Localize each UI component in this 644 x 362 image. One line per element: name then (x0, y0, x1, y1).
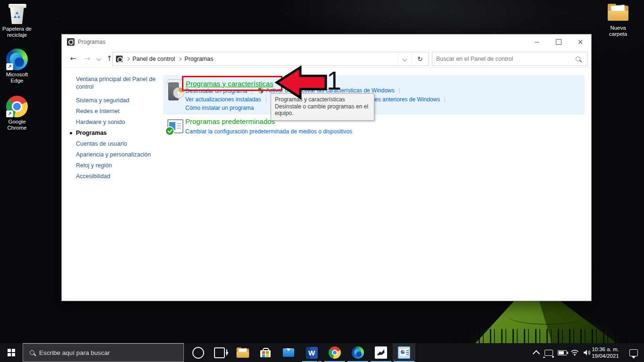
forward-button[interactable]: → (81, 52, 94, 65)
windows-logo-icon (8, 349, 15, 356)
sidebar-item-reloj-y-region[interactable]: Reloj y región (76, 162, 112, 169)
tooltip-body: Desinstale o cambie programas en el equi… (275, 103, 370, 117)
taskbar-icon-microsoft-store[interactable] (254, 343, 277, 362)
action-center-icon (629, 349, 638, 356)
recent-locations-button[interactable] (94, 52, 103, 65)
close-icon: × (578, 39, 584, 46)
start-button[interactable] (0, 343, 23, 362)
como-instalar-un-programa-link[interactable]: Cómo instalar un programa (185, 105, 254, 111)
title-bar[interactable]: Programas × (62, 34, 591, 49)
file-explorer-icon (236, 347, 249, 358)
search-icon (30, 350, 34, 355)
starfield (0, 0, 0, 0)
search-icon (576, 57, 580, 61)
sidebar-item-accesibilidad[interactable]: Accesibilidad (76, 173, 110, 180)
annotation-step-number: 1 (327, 67, 341, 94)
desktop-icon-label: Google Chrome (0, 119, 34, 131)
task-view-button[interactable] (208, 343, 230, 362)
folder-icon (607, 3, 629, 24)
tray-battery[interactable] (555, 343, 569, 362)
shortcut-arrow-icon (6, 110, 13, 117)
control-panel-app-icon (398, 346, 410, 359)
cortana-icon (192, 347, 204, 359)
connect-device-icon (545, 350, 553, 356)
link-separator (445, 97, 445, 103)
programas-predeterminados-link[interactable]: Programas predeterminados (185, 117, 275, 125)
address-dropdown-button[interactable] (397, 52, 411, 66)
control-panel-search-input[interactable] (432, 56, 576, 62)
microsoft-store-icon (260, 348, 271, 357)
white-app-icon (375, 346, 387, 359)
action-center-button[interactable] (623, 343, 644, 362)
task-link-row: Cómo instalar un programa (185, 105, 254, 111)
desktop-icon-recycle-bin[interactable]: Papelera de reciclaje (0, 3, 34, 38)
control-panel-search-box[interactable] (432, 52, 587, 66)
edge-icon (352, 346, 364, 359)
close-button[interactable]: × (570, 34, 591, 49)
volume-icon (583, 349, 591, 356)
recycle-bin-icon (6, 3, 28, 25)
chrome-icon (329, 346, 341, 359)
shortcut-arrow-icon (6, 63, 13, 70)
taskbar-icon-file-explorer[interactable] (231, 343, 254, 362)
minimize-button[interactable] (526, 34, 548, 49)
tray-expand-button[interactable] (530, 343, 542, 362)
maximize-icon (556, 39, 561, 45)
sidebar-item-redes-e-internet[interactable]: Redes e Internet (76, 108, 119, 115)
tray-network[interactable] (569, 343, 581, 362)
recycle-arrows-icon (13, 11, 21, 19)
taskbar-icon-edge[interactable] (347, 343, 369, 362)
annotation-red-box: Programas y características (182, 76, 282, 91)
clock-date: 19/04/2021 (592, 353, 619, 359)
sidebar-item-sistema-y-seguridad[interactable]: Sistema y seguridad (76, 97, 129, 104)
link-separator (266, 97, 266, 103)
desktop-icon-microsoft-edge[interactable]: Microsoft Edge (0, 49, 34, 84)
desktop-icon-google-chrome[interactable]: Google Chrome (0, 96, 34, 131)
desktop-icon-label: Nueva carpeta (601, 25, 635, 37)
default-programs-icon[interactable] (167, 119, 183, 133)
desktop-icon-nueva-carpeta[interactable]: Nueva carpeta (601, 3, 635, 37)
sidebar-item-hardware-y-sonido[interactable]: Hardware y sonido (76, 119, 125, 125)
clock-time: 10:36 a. m. (592, 346, 619, 353)
battery-icon (558, 350, 567, 355)
sidebar-item-programas[interactable]: Programas (76, 130, 107, 136)
maximize-button[interactable] (548, 34, 570, 49)
task-link-row: Ver actualizaciones instaladas (185, 96, 266, 103)
tray-connect[interactable] (542, 343, 555, 362)
sidebar-item-apariencia-y-personalizacion[interactable]: Apariencia y personalización (76, 151, 151, 158)
cambiar-configuracion-predeterminada-link[interactable]: Cambiar la configuración predeterminada … (185, 128, 352, 135)
clock[interactable]: 10:36 a. m. 19/04/2021 (590, 343, 620, 362)
desktop: Papelera de reciclaje Microsoft Edge Goo… (0, 0, 644, 362)
back-button[interactable]: ← (66, 52, 80, 65)
wifi-icon (570, 349, 579, 356)
sidebar-item-cuentas-de-usuario[interactable]: Cuentas de usuario (76, 140, 127, 147)
taskbar-icon-chrome[interactable] (323, 343, 346, 362)
sidebar-item-home[interactable]: Ventana principal del Panel de control (76, 76, 162, 90)
mail-icon (283, 348, 294, 357)
minimize-icon (535, 42, 539, 42)
taskbar-icon-control-panel[interactable] (393, 343, 415, 362)
link-separator (399, 88, 400, 94)
tent-seam (508, 307, 586, 325)
breadcrumb-panel-de-control[interactable]: Panel de control (129, 56, 178, 62)
address-bar[interactable]: Panel de control Programas ↻ (112, 52, 429, 66)
refresh-button[interactable]: ↻ (411, 52, 429, 66)
control-panel-icon (67, 38, 74, 46)
taskbar-search-input[interactable] (34, 349, 183, 356)
chrome-icon (6, 96, 28, 117)
desktop-icon-label: Microsoft Edge (0, 72, 34, 84)
word-icon: W (306, 347, 318, 359)
taskbar-icon-app[interactable] (370, 343, 392, 362)
taskbar-icon-word[interactable]: W (300, 343, 323, 362)
edge-icon (6, 49, 28, 70)
chevron-up-icon (532, 350, 540, 357)
taskbar-search-box[interactable] (23, 343, 184, 362)
programs-and-features-link[interactable]: Programas y características (186, 80, 273, 88)
breadcrumb-programas[interactable]: Programas (181, 56, 216, 62)
control-panel-window: Programas × ← → ↑ Panel de control Progr… (61, 34, 592, 301)
window-title: Programas (78, 39, 106, 45)
cortana-button[interactable] (188, 343, 208, 362)
taskbar-icon-mail[interactable] (277, 343, 300, 362)
ver-actualizaciones-instaladas-link[interactable]: Ver actualizaciones instaladas (185, 96, 261, 103)
taskbar: W (0, 343, 644, 362)
